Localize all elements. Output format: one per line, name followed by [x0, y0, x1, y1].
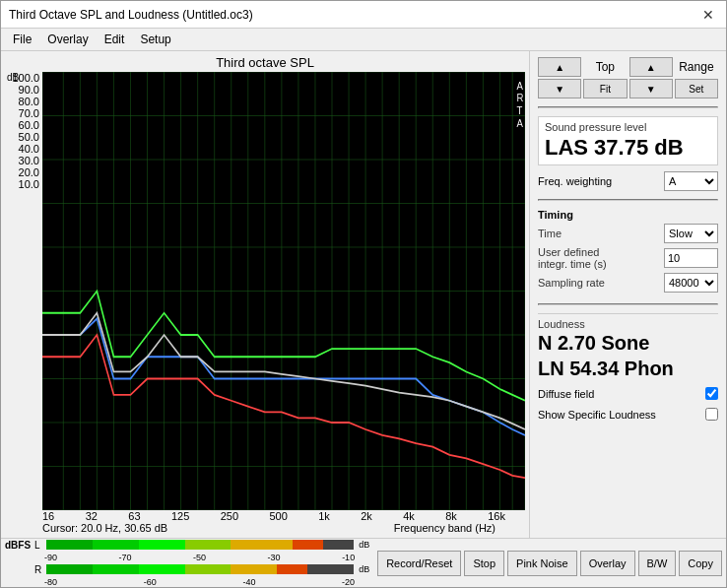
time-label: Time — [538, 228, 562, 239]
bottom-bar: dBFS L dB -90 -70 -50 -30 — [1, 538, 726, 587]
bw-button[interactable]: B/W — [638, 551, 677, 576]
stop-button[interactable]: Stop — [464, 551, 504, 576]
bottom-buttons: Record/Reset Stop Pink Noise Overlay B/W… — [373, 547, 726, 580]
freq-weighting-row: Freq. weighting A B C Z — [538, 171, 718, 191]
svg-text:T: T — [516, 105, 522, 117]
freq-weighting-select[interactable]: A B C Z — [664, 171, 718, 191]
show-specific-row: Show Specific Loudness — [538, 408, 718, 421]
timing-section: Timing Time Slow Fast Impulse Leq User d… — [538, 209, 718, 295]
chart-area: Third octave SPL dB 100.0 90.0 80.0 70.0… — [1, 51, 529, 538]
menu-file[interactable]: File — [5, 31, 39, 48]
l-tick-labels: -90 -70 -50 -30 -10 — [44, 553, 355, 562]
diffuse-field-checkbox[interactable] — [705, 387, 718, 400]
dbfs-section: dBFS L dB -90 -70 -50 -30 — [1, 538, 373, 589]
show-specific-checkbox[interactable] — [705, 408, 718, 421]
sampling-rate-row: Sampling rate 44100 48000 96000 — [538, 273, 718, 293]
fit-button[interactable]: Fit — [583, 79, 627, 98]
menu-bar: File Overlay Edit Setup — [1, 29, 726, 51]
sampling-rate-label: Sampling rate — [538, 277, 605, 289]
r-tick-labels: -80 -60 -40 -20 — [44, 577, 355, 587]
dbfs-label: dBFS — [5, 540, 31, 551]
show-specific-label: Show Specific Loudness — [538, 409, 656, 421]
time-row: Time Slow Fast Impulse Leq — [538, 224, 718, 243]
menu-overlay[interactable]: Overlay — [39, 31, 96, 48]
chart-title: Third octave SPL — [5, 55, 525, 70]
user-defined-label: User definedintegr. time (s) — [538, 246, 607, 270]
frequency-band-label: Frequency band (Hz) — [394, 522, 496, 534]
loudness-values: N 2.70 Sone LN 54.34 Phon — [538, 330, 718, 381]
range-label: Range — [675, 60, 718, 74]
menu-edit[interactable]: Edit — [97, 31, 133, 48]
right-panel: ▲ Top ▲ Range ▼ Fit ▼ Set Sound pressure… — [529, 51, 726, 538]
svg-text:A: A — [516, 118, 523, 130]
overlay-button[interactable]: Overlay — [580, 551, 635, 576]
user-defined-row: User definedintegr. time (s) — [538, 246, 718, 270]
record-reset-button[interactable]: Record/Reset — [377, 551, 461, 576]
l-channel-label: L — [34, 540, 44, 551]
pink-noise-button[interactable]: Pink Noise — [507, 551, 577, 576]
fit-down-button[interactable]: ▼ — [538, 79, 581, 98]
set-down-button[interactable]: ▼ — [629, 79, 673, 98]
set-button[interactable]: Set — [675, 79, 718, 98]
diffuse-field-label: Diffuse field — [538, 388, 594, 400]
dbfs-l-unit: dB — [359, 540, 369, 550]
main-content: Third octave SPL dB 100.0 90.0 80.0 70.0… — [1, 51, 726, 538]
y-axis: 100.0 90.0 80.0 70.0 60.0 50.0 40.0 30.0… — [5, 72, 42, 208]
meter-l-row: dBFS L dB — [5, 540, 369, 551]
x-axis-labels: 16 32 63 125 250 500 1k 2k 4k 8k 16k — [5, 510, 525, 522]
meter-r-row: dBFS R dB — [5, 564, 369, 575]
sampling-rate-select[interactable]: 44100 48000 96000 — [664, 273, 718, 293]
timing-title: Timing — [538, 209, 718, 221]
menu-setup[interactable]: Setup — [132, 31, 178, 48]
dbfs-r-unit: dB — [359, 564, 369, 574]
main-window: Third Octave SPL and Loudness (Untitled.… — [0, 0, 727, 588]
user-defined-input[interactable] — [664, 248, 718, 268]
svg-text:R: R — [516, 93, 523, 104]
window-title: Third Octave SPL and Loudness (Untitled.… — [9, 8, 253, 22]
spl-value: LAS 37.75 dB — [545, 135, 711, 161]
freq-weighting-label: Freq. weighting — [538, 175, 612, 187]
time-select[interactable]: Slow Fast Impulse Leq — [664, 224, 718, 243]
top-label: Top — [583, 60, 627, 74]
r-meter-bar — [46, 564, 354, 574]
ln-value: LN 54.34 Phon — [538, 356, 718, 381]
cursor-info: Cursor: 20.0 Hz, 30.65 dB — [42, 522, 167, 534]
title-bar: Third Octave SPL and Loudness (Untitled.… — [1, 1, 726, 29]
l-meter-bar — [46, 540, 354, 550]
loudness-section: Loudness N 2.70 Sone LN 54.34 Phon — [538, 313, 718, 381]
nav-buttons: ▲ Top ▲ Range ▼ Fit ▼ Set — [538, 57, 718, 98]
spl-section-label: Sound pressure level — [545, 121, 711, 133]
top-up-button[interactable]: ▲ — [538, 57, 581, 77]
diffuse-field-row: Diffuse field — [538, 387, 718, 400]
chart-container: dB 100.0 90.0 80.0 70.0 60.0 50.0 40.0 3… — [5, 72, 525, 510]
chart-plot: A R T A — [42, 72, 525, 510]
n-value: N 2.70 Sone — [538, 330, 718, 356]
db-axis-label: dB — [7, 72, 19, 83]
x-axis-info: Cursor: 20.0 Hz, 30.65 dB Frequency band… — [5, 522, 525, 534]
r-channel-label: R — [34, 564, 44, 575]
range-up-button[interactable]: ▲ — [629, 57, 673, 77]
svg-text:A: A — [516, 80, 523, 92]
copy-button[interactable]: Copy — [679, 551, 722, 576]
close-button[interactable]: ✕ — [698, 5, 718, 25]
loudness-title: Loudness — [538, 318, 718, 330]
spl-section: Sound pressure level LAS 37.75 dB — [538, 116, 718, 165]
